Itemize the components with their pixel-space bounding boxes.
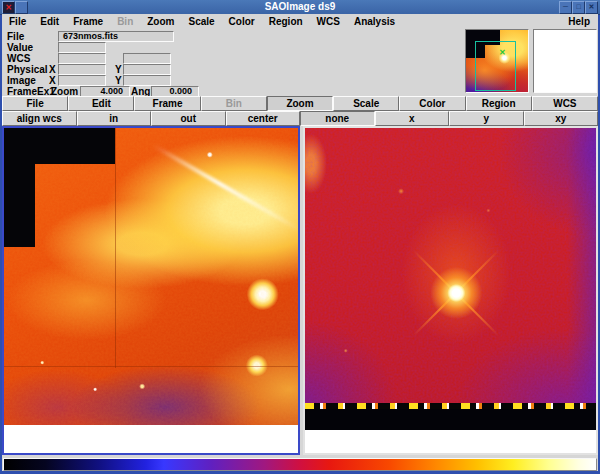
button-wcs[interactable]: WCS (532, 96, 598, 111)
frame-2[interactable] (303, 126, 598, 455)
frame-2-field-image (305, 128, 596, 403)
menu-item-bin: Bin (110, 16, 140, 27)
window-title: SAOImage ds9 (0, 1, 600, 12)
button-align-wcs[interactable]: align wcs (2, 111, 77, 126)
window-titlebar[interactable]: ✕ SAOImage ds9 ─ □ ✕ (0, 0, 600, 15)
panner-compass-icon: ✕ (499, 49, 506, 57)
menu-item-wcs[interactable]: WCS (310, 16, 347, 27)
mosaic-seam (4, 366, 298, 367)
menu-item-edit[interactable]: Edit (33, 16, 66, 27)
panner-viewport-rect[interactable] (475, 41, 516, 91)
button-region[interactable]: Region (466, 96, 532, 111)
button-file[interactable]: File (2, 96, 68, 111)
button-flip-y[interactable]: y (449, 111, 524, 126)
menu-item-zoom[interactable]: Zoom (140, 16, 181, 27)
magnifier[interactable] (533, 29, 597, 93)
minimize-button[interactable]: ─ (559, 1, 572, 14)
nebula-filament (152, 144, 298, 232)
menubar: File Edit Frame Bin Zoom Scale Color Reg… (2, 14, 598, 29)
wcs-field-2 (123, 53, 171, 64)
button-flip-xy[interactable]: xy (524, 111, 599, 126)
menu-item-frame[interactable]: Frame (66, 16, 110, 27)
button-zoom-out[interactable]: out (151, 111, 226, 126)
value-field (58, 42, 106, 53)
filename-field: 673nmos.fits (58, 31, 174, 42)
close-button[interactable]: ✕ (585, 1, 598, 14)
info-panel: File 673nmos.fits Value WCS Physical X Y… (2, 28, 598, 96)
colorbar-area (2, 457, 598, 471)
button-flip-x[interactable]: x (375, 111, 450, 126)
detector-blank-region (305, 409, 596, 430)
image-x-label: X (49, 76, 56, 86)
wcs-label: WCS (7, 54, 30, 64)
menu-item-region[interactable]: Region (262, 16, 310, 27)
button-frame[interactable]: Frame (134, 96, 200, 111)
button-flip-none[interactable]: none (300, 111, 375, 126)
menu-item-file[interactable]: File (2, 16, 33, 27)
menu-item-help[interactable]: Help (561, 16, 598, 27)
frame-1-nebula-image (4, 128, 298, 425)
button-bin: Bin (201, 96, 267, 111)
physical-label: Physical (7, 65, 48, 75)
mosaic-seam (115, 128, 116, 368)
bright-star (305, 128, 596, 403)
image-y-label: Y (115, 76, 122, 86)
file-label: File (7, 32, 24, 42)
button-center[interactable]: center (226, 111, 301, 126)
wcs-field-1 (58, 53, 106, 64)
buttonbar-primary: File Edit Frame Bin Zoom Scale Color Reg… (2, 96, 598, 111)
menu-item-analysis[interactable]: Analysis (347, 16, 402, 27)
image-x-field (58, 75, 106, 86)
buttonbar-secondary: align wcs in out center none x y xy (2, 111, 598, 126)
image-y-field (123, 75, 171, 86)
button-scale[interactable]: Scale (333, 96, 399, 111)
colorbar[interactable] (3, 458, 597, 471)
physical-x-field (58, 64, 106, 75)
mosaic-blank-region (4, 128, 35, 247)
image-label: Image (7, 76, 36, 86)
physical-x-label: X (49, 65, 56, 75)
button-zoom-in[interactable]: in (77, 111, 152, 126)
menu-item-scale[interactable]: Scale (181, 16, 221, 27)
menu-item-color[interactable]: Color (222, 16, 262, 27)
physical-y-field (123, 64, 171, 75)
maximize-button[interactable]: □ (572, 1, 585, 14)
button-color[interactable]: Color (399, 96, 465, 111)
physical-y-label: Y (115, 65, 122, 75)
frame-1[interactable] (2, 126, 300, 455)
value-label: Value (7, 43, 33, 53)
panner[interactable]: ✕ (465, 29, 529, 93)
display-canvas (2, 126, 598, 457)
button-zoom[interactable]: Zoom (267, 96, 333, 111)
star-core-glow (305, 128, 596, 403)
button-edit[interactable]: Edit (68, 96, 134, 111)
